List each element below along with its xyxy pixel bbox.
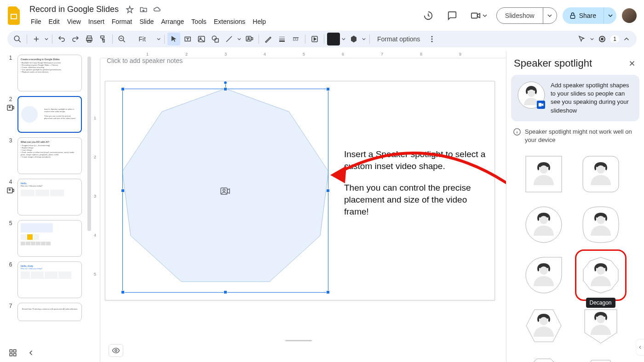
history-icon[interactable] [419,6,437,25]
speaker-spotlight-toolbar-icon[interactable] [243,33,256,45]
rec-indicator-icon[interactable] [596,33,609,45]
resize-handle-mb[interactable] [224,290,227,294]
speaker-spotlight-panel: Speaker spotlight Add speaker spotlight … [506,51,644,362]
selection-box[interactable] [122,89,328,293]
notes-divider[interactable] [285,340,312,341]
menu-format[interactable]: Format [109,16,135,27]
menu-file[interactable]: File [28,16,45,27]
move-folder-icon[interactable] [139,5,148,14]
select-tool-icon[interactable] [167,33,180,45]
thumb-3[interactable]: 3 What can you DO with AI?• Suggest idea… [6,137,91,174]
paint-format-icon[interactable] [97,33,109,45]
zoom-dropdown[interactable] [156,37,161,41]
shape-diamond-cut[interactable] [525,357,563,362]
motion-icon[interactable] [308,33,321,45]
shape-rounded-rectangle[interactable] [582,155,620,193]
resize-handle-mr[interactable] [326,189,330,192]
resize-handle-ml[interactable] [121,189,125,192]
profile-avatar[interactable] [622,8,637,23]
resize-handle-bl[interactable] [121,290,125,294]
undo-icon[interactable] [55,33,68,45]
menu-edit[interactable]: Edit [46,16,63,27]
shapes-grid: Decagon [511,153,639,362]
format-options-button[interactable]: Format options [373,33,425,45]
image-icon[interactable] [195,33,208,45]
cloud-status-icon[interactable] [153,5,162,14]
thumb-7[interactable]: 7 Shared fate: Protecting customers with… [6,303,91,321]
svg-point-50 [540,317,548,325]
slideshow-button[interactable]: Slideshow [496,7,557,24]
slide-text-p1: Insert a Speaker spotlight to select a c… [344,148,487,172]
menu-arrange[interactable]: Arrange [158,16,187,27]
zoom-level[interactable]: Fit [129,33,155,45]
redo-icon[interactable] [69,33,82,45]
svg-point-28 [9,189,11,191]
collapse-filmstrip-icon[interactable] [25,346,38,359]
more-icon[interactable] [426,33,438,45]
shape-icon[interactable] [209,33,222,45]
border-dash-icon[interactable] [289,33,302,45]
svg-rect-41 [583,156,619,192]
rotate-handle[interactable] [224,81,227,85]
filmstrip: 1 Create a recording in Google Slides• A… [0,51,91,362]
shape-wide-diamond[interactable] [582,357,620,362]
border-color-icon[interactable] [262,33,275,45]
pointer-dropdown[interactable] [589,37,595,41]
slides-logo-icon[interactable] [6,6,24,25]
share-dropdown[interactable] [604,7,616,24]
search-menu-icon[interactable] [11,33,24,45]
svg-rect-29 [12,189,14,192]
comments-icon[interactable] [443,6,461,25]
shape-hexagon[interactable] [525,307,563,345]
print-icon[interactable] [83,33,96,45]
lock-icon [569,12,576,19]
svg-rect-60 [14,354,16,356]
resize-handle-br[interactable] [326,290,330,294]
fill-color-icon[interactable] [327,33,340,45]
svg-rect-59 [10,354,12,356]
pointer-icon[interactable] [575,33,588,45]
line-dropdown[interactable] [236,37,242,41]
new-slide-button[interactable] [30,33,43,45]
thumb-5[interactable]: 5 [6,220,91,257]
border-weight-icon[interactable] [276,33,288,45]
shape-rectangle[interactable] [525,155,563,193]
menu-view[interactable]: View [64,16,84,27]
zoom-out-icon[interactable] [115,33,128,45]
close-panel-icon[interactable] [627,58,638,69]
thumb-2[interactable]: 2 Insert a Speaker spotlight to select a… [6,96,91,133]
shape-teardrop[interactable] [525,256,563,294]
shape-decagon[interactable]: Decagon [582,256,620,294]
shape-circle[interactable] [525,206,563,243]
filmstrip-scrollbar[interactable] [87,57,91,231]
shape-pentagon-down[interactable] [582,307,620,345]
shape-squircle[interactable] [582,206,620,243]
star-icon[interactable] [125,5,134,14]
textbox-icon[interactable] [181,33,194,45]
new-slide-dropdown[interactable] [44,37,49,41]
resize-handle-mt[interactable] [224,87,227,91]
resize-handle-tr[interactable] [326,87,330,91]
mask-shape-icon[interactable] [347,33,360,45]
document-title[interactable]: Record in Google Slides [28,4,121,15]
menu-slide[interactable]: Slide [136,16,157,27]
menu-extensions[interactable]: Extensions [211,16,248,27]
menu-tools[interactable]: Tools [188,16,210,27]
present-preview-button[interactable] [109,344,123,357]
expand-side-panel-icon[interactable] [636,339,644,356]
thumb-1[interactable]: 1 Create a recording in Google Slides• A… [6,55,91,91]
grid-view-icon[interactable] [6,346,19,359]
share-button[interactable]: Share [563,7,616,24]
record-button[interactable] [467,6,491,25]
line-icon[interactable] [223,33,236,45]
menu-help[interactable]: Help [249,16,269,27]
thumb-4[interactable]: 4 Hello,How can I help you today? [6,179,91,215]
svg-point-25 [9,107,11,108]
fill-dropdown[interactable] [341,37,346,41]
menu-insert[interactable]: Insert [85,16,108,27]
thumb-6[interactable]: 6 Hello, AndyHow can I help you today? [6,261,91,298]
slideshow-dropdown[interactable] [543,8,557,23]
collapse-toolbar-icon[interactable] [620,33,633,45]
mask-dropdown[interactable] [361,37,367,41]
resize-handle-tl[interactable] [121,87,125,91]
